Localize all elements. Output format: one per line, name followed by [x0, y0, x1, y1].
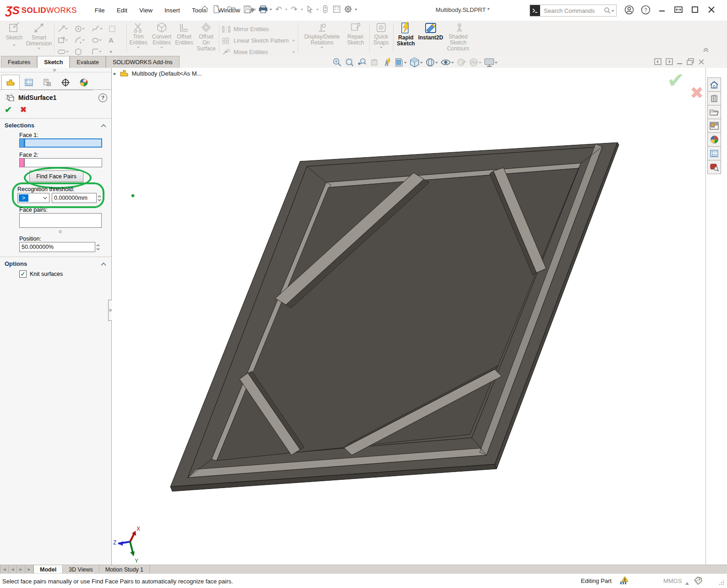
view-settings-icon[interactable]: [484, 57, 497, 67]
solidworks-forum-icon[interactable]: [707, 160, 721, 174]
trim-pattern-tool-icon[interactable]: [107, 23, 124, 34]
minimize-document-icon[interactable]: [677, 59, 683, 65]
close-button[interactable]: [705, 4, 718, 16]
menu-insert[interactable]: Insert: [159, 5, 186, 16]
minimize-button[interactable]: [655, 4, 669, 16]
selections-group-header[interactable]: Selections: [5, 122, 107, 129]
convert-entities-button[interactable]: Convert Entities: [150, 22, 173, 55]
undo-button[interactable]: ↶: [273, 4, 284, 14]
maximize-button[interactable]: [688, 4, 702, 16]
units-indicator[interactable]: MMGS: [663, 577, 682, 584]
collapse-ribbon-icon[interactable]: [703, 47, 709, 53]
threshold-value-field[interactable]: 0.000000mm: [52, 193, 97, 203]
resize-grip[interactable]: [718, 579, 725, 586]
text-tool-icon[interactable]: A: [107, 34, 124, 46]
display-delete-relations-button[interactable]: Display/Delete Relations: [301, 22, 343, 55]
ellipse-tool-icon[interactable]: [90, 34, 107, 46]
instant2d-button[interactable]: Instant2D: [418, 22, 443, 55]
collapse-selections-icon[interactable]: [101, 124, 106, 127]
view-palette-icon[interactable]: [707, 119, 721, 133]
home-button[interactable]: [200, 4, 210, 14]
zoom-fit-icon[interactable]: [332, 57, 342, 67]
options-list-icon[interactable]: [332, 4, 342, 14]
previous-document-icon[interactable]: [654, 58, 661, 65]
face1-selection-box[interactable]: [24, 138, 102, 148]
cancel-button[interactable]: ✖: [20, 105, 27, 115]
knit-surfaces-checkbox[interactable]: ✓: [19, 270, 27, 278]
menu-edit[interactable]: Edit: [111, 5, 133, 16]
tab-configuration-manager[interactable]: [38, 75, 56, 90]
tab-property-manager[interactable]: [1, 75, 20, 90]
repair-sketch-button[interactable]: Repair Sketch: [344, 22, 367, 55]
display-style-icon[interactable]: [425, 57, 438, 67]
menu-view[interactable]: View: [133, 5, 159, 16]
position-value-field[interactable]: 50.000000%: [19, 242, 95, 252]
help-icon[interactable]: ?: [639, 4, 652, 16]
previous-tab-button[interactable]: ◀: [9, 565, 17, 574]
threshold-operator-dropdown[interactable]: >: [17, 193, 49, 203]
model-3d-midsurface-part[interactable]: [112, 68, 705, 565]
face2-selection[interactable]: [19, 158, 102, 167]
first-tab-button[interactable]: ◀: [0, 565, 9, 574]
new-document-button[interactable]: [211, 4, 221, 14]
spline-tool-icon[interactable]: [90, 23, 107, 34]
design-library-icon[interactable]: [707, 91, 721, 105]
face2-selection-box[interactable]: [24, 158, 102, 167]
tab-3d-views[interactable]: 3D Views: [63, 565, 99, 574]
tab-model[interactable]: Model: [33, 565, 63, 574]
section-view-icon[interactable]: [369, 57, 379, 67]
solidworks-resources-home-icon[interactable]: [707, 77, 721, 92]
arc-tool-icon[interactable]: [73, 34, 90, 46]
span-displays-button[interactable]: [672, 4, 685, 16]
units-dropdown-arrow-icon[interactable]: [685, 580, 689, 585]
tab-sketch[interactable]: Sketch: [37, 56, 70, 68]
tags-icon[interactable]: [694, 577, 703, 585]
menu-file[interactable]: File: [89, 5, 111, 16]
quick-snaps-button[interactable]: Quick Snaps: [371, 22, 391, 55]
appearance-section-icon[interactable]: [394, 57, 407, 67]
options-group-header[interactable]: Options: [5, 260, 107, 267]
shaded-sketch-contours-button[interactable]: Shaded Sketch Contours: [444, 22, 472, 55]
settings-gear-icon[interactable]: [343, 4, 353, 14]
linear-sketch-pattern-button[interactable]: Linear Sketch Pattern: [222, 35, 295, 46]
smart-dimension-button[interactable]: Smart Dimension: [26, 22, 52, 55]
tab-features[interactable]: Features: [1, 56, 37, 68]
offset-entities-button[interactable]: Offset Entities: [174, 22, 194, 55]
select-button[interactable]: [305, 4, 315, 14]
hide-show-items-icon[interactable]: [440, 58, 454, 66]
file-explorer-icon[interactable]: [707, 105, 721, 119]
close-document-icon[interactable]: [698, 59, 705, 65]
redo-button[interactable]: ↷: [289, 4, 299, 14]
help-icon[interactable]: ?: [98, 93, 107, 102]
sketch-point[interactable]: [131, 194, 134, 197]
tab-evaluate[interactable]: Evaluate: [70, 56, 106, 68]
search-input[interactable]: Search Commands: [540, 7, 603, 14]
tab-motion-study-1[interactable]: Motion Study 1: [99, 565, 150, 574]
search-magnifier-icon[interactable]: [603, 6, 612, 15]
panel-splitter-handle[interactable]: [108, 300, 112, 321]
line-tool-icon[interactable]: [56, 23, 73, 34]
position-spinner[interactable]: [95, 244, 101, 250]
save-button[interactable]: [242, 4, 252, 14]
collapse-options-icon[interactable]: [101, 262, 106, 266]
tab-solidworks-addins[interactable]: SOLIDWORKS Add-Ins: [106, 56, 180, 68]
appearances-scenes-icon[interactable]: [707, 132, 721, 147]
tab-feature-manager[interactable]: [20, 75, 38, 90]
next-tab-button[interactable]: ▶: [17, 565, 25, 574]
tab-display-manager[interactable]: [75, 75, 93, 90]
previous-view-icon[interactable]: [357, 57, 367, 67]
threshold-spinner[interactable]: [97, 195, 102, 201]
performance-warning-icon[interactable]: [619, 576, 629, 585]
restore-document-icon[interactable]: [687, 58, 694, 65]
knit-surfaces-option[interactable]: ✓ Knit surfaces: [19, 270, 63, 278]
sketch-button[interactable]: Sketch: [3, 22, 26, 55]
circle-tool-icon[interactable]: [73, 23, 90, 34]
print-button[interactable]: [258, 4, 268, 14]
panel-top-handle[interactable]: [0, 68, 111, 72]
next-document-icon[interactable]: [666, 58, 673, 65]
custom-properties-icon[interactable]: [707, 146, 721, 160]
selection-filter-icon[interactable]: [320, 4, 330, 14]
offset-on-surface-button[interactable]: Offset On Surface: [195, 22, 217, 55]
rapid-sketch-button[interactable]: Rapid Sketch: [395, 22, 417, 55]
mirror-entities-button[interactable]: Mirror Entities: [222, 23, 295, 35]
